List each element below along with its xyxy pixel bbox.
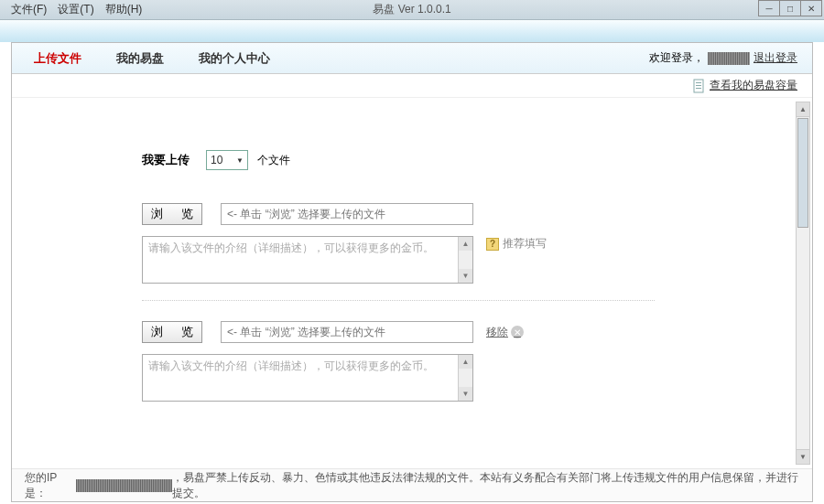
- question-icon: ?: [486, 238, 499, 251]
- menu-settings[interactable]: 设置(T): [54, 0, 97, 19]
- browse-button-1[interactable]: 浏 览: [142, 203, 202, 225]
- scroll-down-arrow[interactable]: ▼: [797, 449, 809, 464]
- welcome-text: 欢迎登录，: [649, 50, 704, 66]
- remove-icon: ✕: [511, 326, 524, 338]
- login-area: 欢迎登录， 退出登录: [649, 50, 797, 66]
- textarea-scrollbar[interactable]: ▲ ▼: [458, 355, 472, 401]
- document-icon: [693, 79, 706, 93]
- separator: [142, 300, 655, 301]
- scroll-thumb[interactable]: [797, 118, 808, 228]
- main-frame: 上传文件 我的易盘 我的个人中心 欢迎登录， 退出登录 查看我的易盘容量 我要上…: [11, 42, 813, 502]
- sub-row: 查看我的易盘容量: [12, 74, 812, 98]
- logout-link[interactable]: 退出登录: [754, 50, 797, 66]
- header-gradient: [0, 20, 824, 42]
- menu-help[interactable]: 帮助(H): [102, 0, 146, 19]
- description-textarea-1[interactable]: 请输入该文件的介绍（详细描述），可以获得更多的金币。 ▲ ▼: [142, 236, 473, 284]
- footer-warning: ，易盘严禁上传反动、暴力、色情或其他违反法律法规的文件。本站有义务配合有关部门将…: [172, 470, 799, 501]
- capacity-link[interactable]: 查看我的易盘容量: [693, 78, 797, 93]
- svg-rect-1: [696, 82, 701, 83]
- upload-count-row: 我要上传 10 ▼ 个文件: [142, 150, 812, 170]
- remove-link[interactable]: 移除 ✕: [486, 325, 524, 340]
- tab-mydisk[interactable]: 我的易盘: [109, 50, 171, 67]
- upload-area: 我要上传 10 ▼ 个文件 浏 览 请输入该文件的介绍（详细描述），可以获得更多…: [12, 99, 812, 402]
- footer-bar: 您的IP是： ，易盘严禁上传反动、暴力、色情或其他违反法律法规的文件。本站有义务…: [12, 468, 812, 501]
- scroll-up-icon: ▲: [459, 237, 472, 251]
- description-hint: ? 推荐填写: [486, 236, 547, 252]
- browse-button-2[interactable]: 浏 览: [142, 321, 202, 343]
- description-textarea-2[interactable]: 请输入该文件的介绍（详细描述），可以获得更多的金币。 ▲ ▼: [142, 354, 473, 402]
- tab-profile[interactable]: 我的个人中心: [191, 50, 277, 67]
- scroll-down-icon: ▼: [459, 387, 472, 401]
- file-count-select[interactable]: 10 ▼: [206, 150, 248, 170]
- upload-prefix: 我要上传: [142, 152, 190, 168]
- window-controls: ─ □ ✕: [759, 0, 822, 16]
- capacity-link-text: 查看我的易盘容量: [710, 78, 797, 93]
- titlebar: 文件(F) 设置(T) 帮助(H) 易盘 Ver 1.0.0.1 ─ □ ✕: [0, 0, 824, 20]
- scroll-up-arrow[interactable]: ▲: [797, 102, 809, 117]
- textarea-scrollbar[interactable]: ▲ ▼: [458, 237, 472, 283]
- svg-rect-2: [696, 85, 701, 86]
- svg-rect-3: [696, 88, 701, 89]
- file-path-input-1[interactable]: [221, 203, 473, 225]
- file-count-value: 10: [211, 154, 222, 166]
- upload-block-1: 浏 览 请输入该文件的介绍（详细描述），可以获得更多的金币。 ▲ ▼ ? 推荐填…: [142, 203, 812, 284]
- vertical-scrollbar[interactable]: ▲ ▼: [796, 102, 810, 465]
- scroll-up-icon: ▲: [459, 355, 472, 369]
- menu-file[interactable]: 文件(F): [7, 0, 50, 19]
- tab-upload[interactable]: 上传文件: [27, 50, 89, 67]
- content-viewport: 我要上传 10 ▼ 个文件 浏 览 请输入该文件的介绍（详细描述），可以获得更多…: [12, 99, 812, 466]
- maximize-button[interactable]: □: [779, 0, 801, 16]
- file-path-input-2[interactable]: [221, 321, 473, 343]
- username-redacted: [708, 52, 750, 65]
- ip-prefix: 您的IP是：: [25, 470, 76, 501]
- chevron-down-icon: ▼: [236, 156, 244, 165]
- tabs-row: 上传文件 我的易盘 我的个人中心 欢迎登录， 退出登录: [12, 43, 812, 74]
- upload-block-2: 浏 览 移除 ✕ 请输入该文件的介绍（详细描述），可以获得更多的金币。 ▲ ▼: [142, 321, 812, 402]
- close-button[interactable]: ✕: [800, 0, 822, 16]
- ip-redacted: [76, 479, 172, 492]
- upload-suffix: 个文件: [257, 153, 290, 168]
- scroll-down-icon: ▼: [459, 269, 472, 283]
- minimize-button[interactable]: ─: [758, 0, 780, 16]
- app-title: 易盘 Ver 1.0.0.1: [373, 2, 450, 17]
- menubar: 文件(F) 设置(T) 帮助(H): [0, 0, 146, 19]
